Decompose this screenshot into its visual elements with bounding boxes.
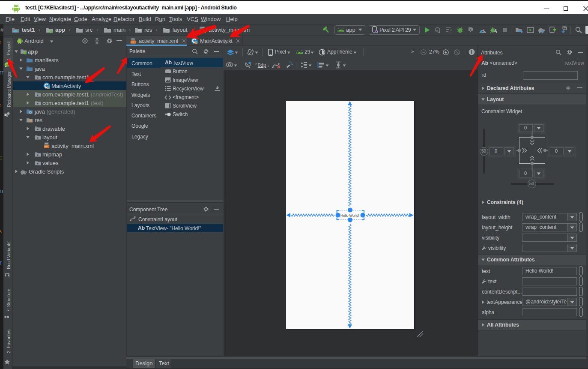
svg-text:A: A (436, 29, 438, 32)
svg-text:<>: <> (131, 41, 134, 44)
svg-text:<>: <> (200, 30, 203, 33)
svg-text:Hello World!: Hello World! (340, 213, 359, 218)
